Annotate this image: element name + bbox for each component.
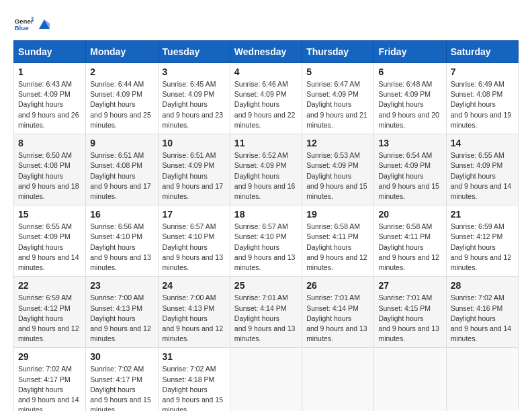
calendar-cell: 27 Sunrise: 7:01 AM Sunset: 4:15 PM Dayl… [374,277,446,348]
calendar-week-row: 22 Sunrise: 6:59 AM Sunset: 4:12 PM Dayl… [14,277,519,348]
day-number: 1 [18,66,81,77]
day-info: Sunrise: 6:57 AM Sunset: 4:10 PM Dayligh… [163,222,226,273]
calendar-cell: 1 Sunrise: 6:43 AM Sunset: 4:09 PM Dayli… [14,63,86,134]
calendar-cell: 10 Sunrise: 6:51 AM Sunset: 4:09 PM Dayl… [158,134,230,205]
weekday-header-tuesday: Tuesday [158,41,230,63]
day-info: Sunrise: 7:02 AM Sunset: 4:18 PM Dayligh… [163,364,226,411]
day-info: Sunrise: 6:58 AM Sunset: 4:11 PM Dayligh… [306,222,369,273]
day-number: 12 [306,138,369,148]
day-number: 7 [451,66,514,77]
day-number: 6 [378,66,441,77]
calendar-week-row: 29 Sunrise: 7:02 AM Sunset: 4:17 PM Dayl… [14,348,519,411]
calendar-cell: 21 Sunrise: 6:59 AM Sunset: 4:12 PM Dayl… [446,205,518,277]
day-info: Sunrise: 6:50 AM Sunset: 4:08 PM Dayligh… [18,150,81,201]
day-number: 2 [90,66,153,77]
day-info: Sunrise: 7:01 AM Sunset: 4:15 PM Dayligh… [378,293,441,344]
day-info: Sunrise: 6:53 AM Sunset: 4:09 PM Dayligh… [306,150,369,201]
weekday-header-saturday: Saturday [446,41,518,63]
day-info: Sunrise: 6:46 AM Sunset: 4:09 PM Dayligh… [234,79,298,130]
day-info: Sunrise: 6:55 AM Sunset: 4:09 PM Dayligh… [451,150,514,201]
calendar-cell [374,348,446,411]
day-number: 4 [234,66,298,77]
day-info: Sunrise: 7:01 AM Sunset: 4:14 PM Dayligh… [306,293,369,344]
day-info: Sunrise: 6:51 AM Sunset: 4:08 PM Dayligh… [90,150,153,201]
day-number: 18 [234,209,298,220]
calendar-cell: 16 Sunrise: 6:56 AM Sunset: 4:10 PM Dayl… [86,205,158,277]
calendar-cell: 28 Sunrise: 7:02 AM Sunset: 4:16 PM Dayl… [446,277,518,348]
day-number: 19 [306,209,369,220]
logo-icon: General Blue [13,13,34,34]
calendar-cell: 15 Sunrise: 6:55 AM Sunset: 4:09 PM Dayl… [14,205,86,277]
calendar-week-row: 15 Sunrise: 6:55 AM Sunset: 4:09 PM Dayl… [14,205,519,277]
header: General Blue [13,13,519,34]
day-info: Sunrise: 6:49 AM Sunset: 4:08 PM Dayligh… [451,79,514,130]
calendar-week-row: 1 Sunrise: 6:43 AM Sunset: 4:09 PM Dayli… [14,63,519,134]
day-info: Sunrise: 7:00 AM Sunset: 4:13 PM Dayligh… [90,293,153,344]
calendar-cell [446,348,518,411]
calendar-cell: 20 Sunrise: 6:58 AM Sunset: 4:11 PM Dayl… [374,205,446,277]
day-info: Sunrise: 6:44 AM Sunset: 4:09 PM Dayligh… [90,79,153,130]
calendar-cell: 31 Sunrise: 7:02 AM Sunset: 4:18 PM Dayl… [158,348,230,411]
svg-text:Blue: Blue [15,24,30,32]
day-number: 9 [90,138,153,148]
day-number: 26 [306,280,369,291]
day-info: Sunrise: 6:58 AM Sunset: 4:11 PM Dayligh… [378,222,441,273]
calendar-cell: 23 Sunrise: 7:00 AM Sunset: 4:13 PM Dayl… [86,277,158,348]
day-info: Sunrise: 7:02 AM Sunset: 4:17 PM Dayligh… [18,364,81,411]
calendar-cell: 4 Sunrise: 6:46 AM Sunset: 4:09 PM Dayli… [230,63,302,134]
weekday-header-friday: Friday [374,41,446,63]
calendar-cell: 9 Sunrise: 6:51 AM Sunset: 4:08 PM Dayli… [86,134,158,205]
calendar: SundayMondayTuesdayWednesdayThursdayFrid… [13,40,519,411]
day-info: Sunrise: 7:02 AM Sunset: 4:16 PM Dayligh… [451,293,514,344]
calendar-cell [230,348,302,411]
calendar-week-row: 8 Sunrise: 6:50 AM Sunset: 4:08 PM Dayli… [14,134,519,205]
day-info: Sunrise: 6:48 AM Sunset: 4:09 PM Dayligh… [378,79,441,130]
day-info: Sunrise: 6:43 AM Sunset: 4:09 PM Dayligh… [18,79,81,130]
day-info: Sunrise: 7:01 AM Sunset: 4:14 PM Dayligh… [234,293,298,344]
day-info: Sunrise: 6:55 AM Sunset: 4:09 PM Dayligh… [18,222,81,273]
day-info: Sunrise: 6:57 AM Sunset: 4:10 PM Dayligh… [234,222,298,273]
day-number: 27 [378,280,441,291]
day-number: 24 [163,280,226,291]
day-number: 22 [18,280,81,291]
calendar-cell [302,348,374,411]
day-info: Sunrise: 7:00 AM Sunset: 4:13 PM Dayligh… [163,293,226,344]
day-number: 11 [234,138,298,148]
calendar-cell: 14 Sunrise: 6:55 AM Sunset: 4:09 PM Dayl… [446,134,518,205]
day-info: Sunrise: 6:47 AM Sunset: 4:09 PM Dayligh… [306,79,369,130]
day-number: 8 [18,138,81,148]
calendar-cell: 3 Sunrise: 6:45 AM Sunset: 4:09 PM Dayli… [158,63,230,134]
day-info: Sunrise: 6:45 AM Sunset: 4:09 PM Dayligh… [163,79,226,130]
calendar-cell: 26 Sunrise: 7:01 AM Sunset: 4:14 PM Dayl… [302,277,374,348]
calendar-cell: 13 Sunrise: 6:54 AM Sunset: 4:09 PM Dayl… [374,134,446,205]
day-number: 5 [306,66,369,77]
day-number: 29 [18,351,81,362]
calendar-cell: 30 Sunrise: 7:02 AM Sunset: 4:17 PM Dayl… [86,348,158,411]
day-number: 28 [451,280,514,291]
day-info: Sunrise: 6:56 AM Sunset: 4:10 PM Dayligh… [90,222,153,273]
calendar-cell: 18 Sunrise: 6:57 AM Sunset: 4:10 PM Dayl… [230,205,302,277]
calendar-header-row: SundayMondayTuesdayWednesdayThursdayFrid… [14,41,519,63]
calendar-cell: 29 Sunrise: 7:02 AM Sunset: 4:17 PM Dayl… [14,348,86,411]
day-number: 16 [90,209,153,220]
day-number: 17 [163,209,226,220]
weekday-header-thursday: Thursday [302,41,374,63]
day-number: 10 [163,138,226,148]
day-info: Sunrise: 7:02 AM Sunset: 4:17 PM Dayligh… [90,364,153,411]
day-number: 3 [163,66,226,77]
day-info: Sunrise: 6:59 AM Sunset: 4:12 PM Dayligh… [18,293,81,344]
weekday-header-sunday: Sunday [14,41,86,63]
day-number: 15 [18,209,81,220]
calendar-cell: 7 Sunrise: 6:49 AM Sunset: 4:08 PM Dayli… [446,63,518,134]
logo-triangle-icon [38,18,51,32]
weekday-header-wednesday: Wednesday [230,41,302,63]
calendar-cell: 25 Sunrise: 7:01 AM Sunset: 4:14 PM Dayl… [230,277,302,348]
calendar-cell: 22 Sunrise: 6:59 AM Sunset: 4:12 PM Dayl… [14,277,86,348]
calendar-cell: 6 Sunrise: 6:48 AM Sunset: 4:09 PM Dayli… [374,63,446,134]
calendar-cell: 11 Sunrise: 6:52 AM Sunset: 4:09 PM Dayl… [230,134,302,205]
calendar-cell: 19 Sunrise: 6:58 AM Sunset: 4:11 PM Dayl… [302,205,374,277]
day-number: 31 [163,351,226,362]
weekday-header-monday: Monday [86,41,158,63]
day-number: 25 [234,280,298,291]
day-number: 30 [90,351,153,362]
